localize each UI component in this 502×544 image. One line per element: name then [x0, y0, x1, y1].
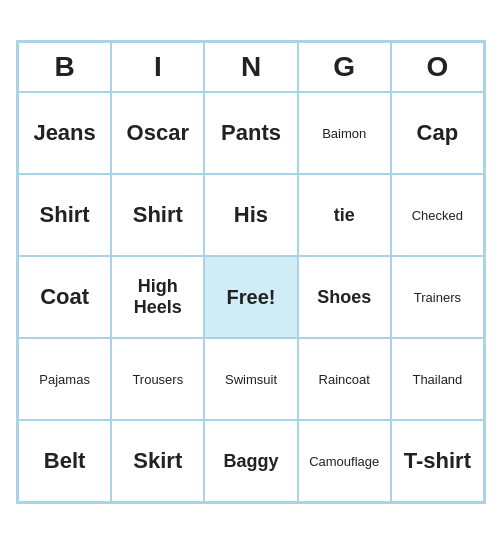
cell-label: Oscar [127, 120, 189, 146]
cell-label: Baggy [223, 451, 278, 472]
cell-label: Trainers [414, 290, 461, 305]
bingo-cell-r2-c1: High Heels [111, 256, 204, 338]
bingo-cell-r4-c0: Belt [18, 420, 111, 502]
bingo-cell-r4-c1: Skirt [111, 420, 204, 502]
cell-label: Shirt [40, 202, 90, 228]
cell-label: His [234, 202, 268, 228]
bingo-cell-r0-c4: Cap [391, 92, 484, 174]
bingo-cell-r3-c3: Raincoat [298, 338, 391, 420]
bingo-cell-r3-c0: Pajamas [18, 338, 111, 420]
cell-label: Belt [44, 448, 86, 474]
bingo-cell-r0-c0: Jeans [18, 92, 111, 174]
bingo-cell-r0-c1: Oscar [111, 92, 204, 174]
bingo-cell-r1-c1: Shirt [111, 174, 204, 256]
bingo-cell-r4-c4: T-shirt [391, 420, 484, 502]
cell-label: Jeans [33, 120, 95, 146]
bingo-cell-r0-c3: Baimon [298, 92, 391, 174]
header-letter: I [111, 42, 204, 92]
cell-label: Raincoat [319, 372, 370, 387]
cell-label: Shirt [133, 202, 183, 228]
cell-label: tie [334, 205, 355, 226]
bingo-cell-r4-c2: Baggy [204, 420, 297, 502]
header-letter: G [298, 42, 391, 92]
bingo-cell-r3-c1: Trousers [111, 338, 204, 420]
bingo-header: BINGO [18, 42, 484, 92]
header-letter: B [18, 42, 111, 92]
cell-label: Skirt [133, 448, 182, 474]
bingo-grid: JeansOscarPantsBaimonCapShirtShirtHistie… [18, 92, 484, 502]
cell-label: Swimsuit [225, 372, 277, 387]
bingo-cell-r2-c3: Shoes [298, 256, 391, 338]
cell-label: Baimon [322, 126, 366, 141]
bingo-cell-r1-c4: Checked [391, 174, 484, 256]
bingo-cell-r2-c4: Trainers [391, 256, 484, 338]
header-letter: O [391, 42, 484, 92]
cell-label: Thailand [412, 372, 462, 387]
bingo-cell-r2-c2: Free! [204, 256, 297, 338]
cell-label: High Heels [116, 276, 199, 318]
cell-label: Shoes [317, 287, 371, 308]
bingo-cell-r0-c2: Pants [204, 92, 297, 174]
bingo-cell-r3-c2: Swimsuit [204, 338, 297, 420]
bingo-cell-r1-c0: Shirt [18, 174, 111, 256]
cell-label: Cap [417, 120, 459, 146]
bingo-cell-r3-c4: Thailand [391, 338, 484, 420]
cell-label: Checked [412, 208, 463, 223]
bingo-cell-r1-c3: tie [298, 174, 391, 256]
cell-label: Trousers [132, 372, 183, 387]
header-letter: N [204, 42, 297, 92]
bingo-card: BINGO JeansOscarPantsBaimonCapShirtShirt… [16, 40, 486, 504]
cell-label: Free! [227, 286, 276, 309]
bingo-cell-r1-c2: His [204, 174, 297, 256]
cell-label: Coat [40, 284, 89, 310]
cell-label: T-shirt [404, 448, 471, 474]
bingo-cell-r4-c3: Camouflage [298, 420, 391, 502]
cell-label: Pajamas [39, 372, 90, 387]
cell-label: Pants [221, 120, 281, 146]
bingo-cell-r2-c0: Coat [18, 256, 111, 338]
cell-label: Camouflage [309, 454, 379, 469]
